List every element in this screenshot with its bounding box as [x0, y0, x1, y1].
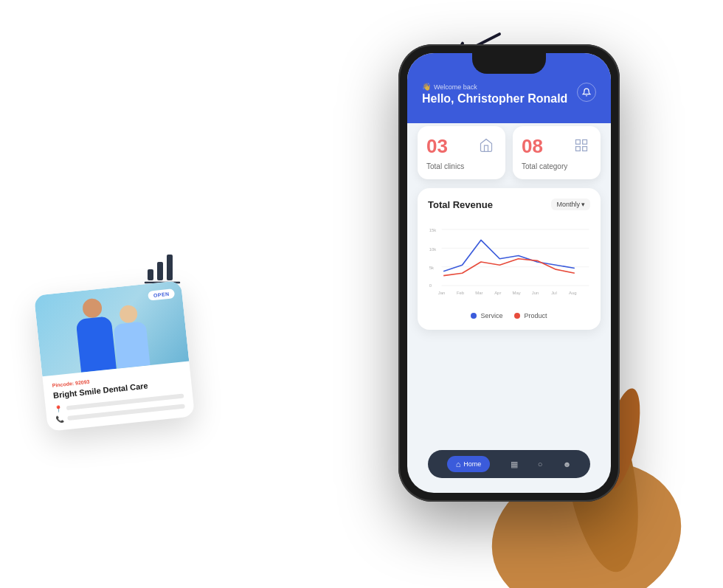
- nav-home-label: Home: [463, 460, 481, 468]
- dental-card-image: OPEN: [34, 280, 189, 376]
- legend-service: Service: [471, 312, 502, 319]
- phone-bottom-nav: ⌂ Home ▦ ○ ☻: [428, 450, 590, 478]
- user-greeting: Hello, Christopher Ronald: [422, 92, 567, 106]
- bell-button[interactable]: [577, 83, 596, 102]
- clinics-icon: [476, 135, 497, 156]
- monthly-label: Monthly: [556, 201, 580, 208]
- phone-wrapper: 👋 Welcome back Hello, Christopher Ronald: [398, 44, 634, 524]
- revenue-title: Total Revenue: [428, 199, 493, 210]
- stat-card-clinics: 03 Total clinics: [418, 126, 505, 179]
- svg-rect-8: [583, 140, 587, 145]
- grid-icon: ▦: [511, 460, 518, 469]
- location-icon: 📍: [55, 405, 63, 413]
- nav-circle[interactable]: ○: [538, 460, 543, 468]
- profile-icon: ☻: [563, 460, 572, 468]
- nav-home[interactable]: ⌂ Home: [447, 456, 491, 472]
- clinics-number: 03: [426, 135, 448, 158]
- chevron-down-icon: ▾: [581, 201, 585, 208]
- nav-grid[interactable]: ▦: [511, 460, 518, 469]
- svg-text:0: 0: [429, 283, 432, 288]
- category-number: 08: [522, 135, 543, 158]
- service-dot: [471, 313, 477, 319]
- legend-product: Product: [514, 312, 547, 319]
- monthly-filter-button[interactable]: Monthly ▾: [551, 198, 590, 210]
- revenue-card: Total Revenue Monthly ▾ 15k 10k 5k 0: [418, 188, 601, 330]
- phone-screen: 👋 Welcome back Hello, Christopher Ronald: [407, 53, 611, 493]
- wave-emoji: 👋: [422, 83, 431, 91]
- welcome-label: 👋 Welcome back: [422, 83, 567, 91]
- svg-text:10k: 10k: [429, 247, 437, 252]
- chart-area: 15k 10k 5k 0: [428, 218, 590, 306]
- svg-text:Jul: Jul: [551, 291, 557, 295]
- svg-rect-3: [148, 269, 153, 280]
- clinics-label: Total clinics: [426, 162, 497, 170]
- svg-text:May: May: [513, 291, 521, 295]
- stat-card-clinics-header: 03: [426, 135, 497, 158]
- chart-legend: Service Product: [428, 312, 590, 319]
- svg-rect-7: [576, 140, 581, 145]
- svg-rect-9: [576, 147, 581, 151]
- svg-text:Apr: Apr: [494, 291, 501, 295]
- svg-rect-5: [167, 255, 173, 280]
- svg-text:Aug: Aug: [569, 291, 577, 295]
- nav-profile[interactable]: ☻: [563, 460, 572, 468]
- phone-body: 👋 Welcome back Hello, Christopher Ronald: [398, 44, 620, 502]
- svg-text:5k: 5k: [429, 266, 434, 270]
- product-dot: [514, 313, 520, 319]
- svg-text:Mar: Mar: [475, 291, 482, 295]
- svg-text:Jan: Jan: [438, 291, 446, 295]
- revenue-header: Total Revenue Monthly ▾: [428, 198, 590, 210]
- phone-icon: 📞: [55, 415, 64, 423]
- phone-notch: [472, 53, 546, 74]
- phone-header-top: 👋 Welcome back Hello, Christopher Ronald: [422, 83, 596, 106]
- svg-rect-4: [157, 262, 163, 280]
- stats-row: 03 Total clinics 08: [407, 117, 611, 188]
- product-label: Product: [524, 312, 547, 319]
- category-label: Total category: [522, 162, 592, 170]
- category-icon: [571, 135, 592, 156]
- scene: OPEN Pincode: 92093 Bright Smile Dental …: [0, 0, 723, 588]
- svg-rect-10: [583, 147, 587, 151]
- welcome-text: Welcome back: [434, 83, 477, 91]
- home-icon: ⌂: [456, 460, 461, 468]
- service-label: Service: [480, 312, 502, 319]
- circle-icon: ○: [538, 460, 543, 468]
- stat-card-category-header: 08: [522, 135, 592, 158]
- stat-card-category: 08 Total category: [513, 126, 601, 179]
- revenue-chart-svg: 15k 10k 5k 0: [428, 218, 590, 306]
- dental-card: OPEN Pincode: 92093 Bright Smile Dental …: [34, 280, 195, 432]
- svg-text:Jun: Jun: [532, 291, 539, 295]
- svg-text:Feb: Feb: [457, 291, 465, 295]
- svg-text:15k: 15k: [429, 228, 437, 232]
